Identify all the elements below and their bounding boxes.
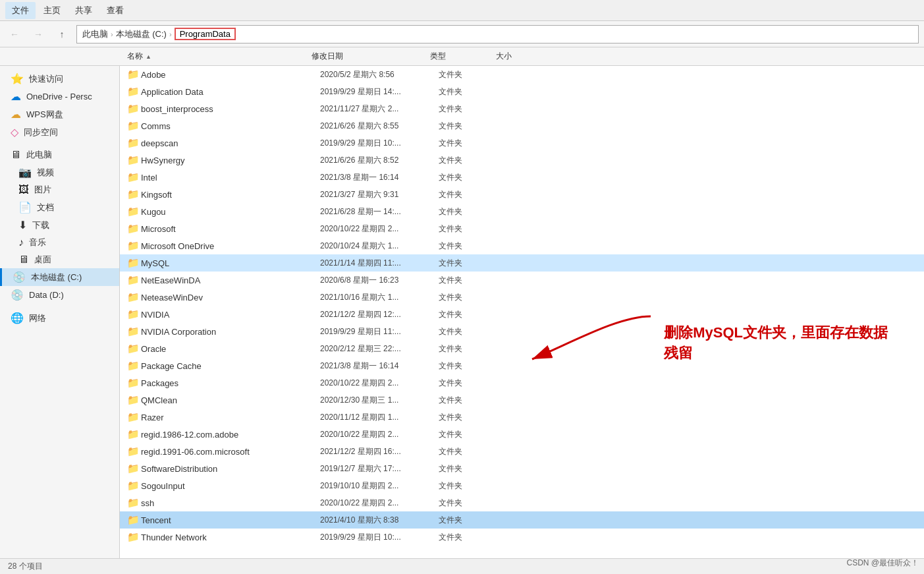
sync-icon: ◇	[11, 126, 18, 138]
table-row[interactable]: 📁Microsoft OneDrive2020/10/24 星期六 1...文件…	[120, 237, 924, 254]
folder-icon: 📁	[125, 411, 141, 423]
sidebar-label-wps: WPS网盘	[26, 109, 63, 121]
menu-home[interactable]: 主页	[37, 2, 67, 19]
table-row[interactable]: 📁regid.1986-12.com.adobe2020/10/22 星期四 2…	[120, 426, 924, 443]
up-button[interactable]: ↑	[53, 25, 71, 43]
back-button[interactable]: ←	[5, 25, 24, 43]
table-row[interactable]: 📁ssh2020/10/22 星期四 2...文件夹	[120, 494, 924, 511]
downloads-icon: ⬇	[18, 219, 27, 231]
sidebar-item-this-pc[interactable]: 🖥 此电脑	[0, 146, 119, 163]
breadcrumb-current[interactable]: ProgramData	[175, 28, 236, 40]
table-row[interactable]: 📁Package Cache2021/3/8 星期一 16:14文件夹	[120, 357, 924, 374]
table-row[interactable]: 📁deepscan2019/9/29 星期日 10:...文件夹	[120, 134, 924, 152]
folder-icon: 📁	[125, 274, 141, 286]
col-header-type[interactable]: 类型	[425, 47, 491, 65]
address-bar: ← → ↑ 此电脑 › 本地磁盘 (C:) › ProgramData	[0, 21, 924, 47]
file-type: 文件夹	[439, 103, 504, 115]
table-row[interactable]: 📁Adobe2020/5/2 星期六 8:56文件夹	[120, 66, 924, 83]
col-header-size[interactable]: 大小	[491, 47, 543, 65]
sidebar-label-desktop: 桌面	[34, 254, 51, 266]
menu-file[interactable]: 文件	[5, 2, 36, 19]
table-row[interactable]: 📁NetEaseWinDA2020/6/8 星期一 16:23文件夹	[120, 272, 924, 289]
table-row[interactable]: 📁Application Data2019/9/29 星期日 14:...文件夹	[120, 83, 924, 100]
sidebar-item-wps[interactable]: ☁ WPS网盘	[0, 105, 119, 123]
table-row[interactable]: 📁Comms2021/6/26 星期六 8:55文件夹	[120, 117, 924, 134]
table-row[interactable]: 📁Kingsoft2021/3/27 星期六 9:31文件夹	[120, 186, 924, 203]
menu-bar: 文件 主页 共享 查看	[0, 0, 136, 20]
star-icon: ⭐	[11, 72, 24, 85]
breadcrumb[interactable]: 此电脑 › 本地磁盘 (C:) › ProgramData	[76, 25, 919, 43]
file-name: Thunder Network	[141, 532, 320, 542]
table-row[interactable]: 📁boost_interprocess2021/11/27 星期六 2...文件…	[120, 100, 924, 117]
table-row[interactable]: 📁MySQL2021/1/14 星期四 11:...文件夹	[120, 254, 924, 272]
file-type: 文件夹	[439, 395, 504, 406]
menu-share[interactable]: 共享	[68, 2, 99, 19]
folder-icon: 📁	[125, 531, 141, 543]
col-header-modified[interactable]: 修改日期	[306, 47, 425, 65]
sidebar-item-sync[interactable]: ◇ 同步空间	[0, 123, 119, 141]
table-row[interactable]: 📁NVIDIA2021/12/2 星期四 12:...文件夹	[120, 306, 924, 323]
file-modified: 2020/10/22 星期四 2...	[320, 223, 439, 235]
table-row[interactable]: 📁Kugou2021/6/28 星期一 14:...文件夹	[120, 203, 924, 220]
table-row[interactable]: 📁Razer2020/11/12 星期四 1...文件夹	[120, 409, 924, 426]
table-row[interactable]: 📁NeteaseWinDev2021/10/16 星期六 1...文件夹	[120, 289, 924, 306]
sidebar-item-desktop[interactable]: 🖥 桌面	[0, 251, 119, 268]
col-header-name[interactable]: 名称 ▲	[122, 47, 306, 65]
folder-icon: 📁	[125, 377, 141, 389]
table-row[interactable]: 📁SoftwareDistribution2019/12/7 星期六 17:..…	[120, 460, 924, 477]
folder-icon: 📁	[125, 360, 141, 372]
file-name: Intel	[141, 173, 320, 183]
file-name: NetEaseWinDA	[141, 275, 320, 285]
file-name: Adobe	[141, 70, 320, 80]
table-row[interactable]: 📁HwSynergy2021/6/26 星期六 8:52文件夹	[120, 152, 924, 169]
file-modified: 2020/10/22 星期四 2...	[320, 429, 439, 440]
sidebar-item-documents[interactable]: 📄 文档	[0, 198, 119, 216]
file-modified: 2020/6/8 星期一 16:23	[320, 275, 439, 286]
table-row[interactable]: 📁Intel2021/3/8 星期一 16:14文件夹	[120, 169, 924, 186]
table-row[interactable]: 📁Packages2020/10/22 星期四 2...文件夹	[120, 374, 924, 391]
table-row[interactable]: 📁Tencent2021/4/10 星期六 8:38文件夹	[120, 511, 924, 529]
file-name: Package Cache	[141, 361, 320, 371]
table-row[interactable]: 📁QMClean2020/12/30 星期三 1...文件夹	[120, 391, 924, 409]
file-name: Oracle	[141, 344, 320, 354]
folder-icon: 📁	[125, 428, 141, 440]
table-row[interactable]: 📁SogouInput2019/10/10 星期四 2...文件夹	[120, 477, 924, 494]
menu-view[interactable]: 查看	[100, 2, 130, 19]
table-row[interactable]: 📁Microsoft2020/10/22 星期四 2...文件夹	[120, 220, 924, 237]
forward-button[interactable]: →	[29, 25, 47, 43]
sidebar-item-pictures[interactable]: 🖼 图片	[0, 181, 119, 198]
status-bar: 28 个项目	[0, 558, 924, 574]
file-name: Kingsoft	[141, 190, 320, 200]
file-modified: 2021/6/26 星期六 8:55	[320, 121, 439, 132]
folder-icon: 📁	[125, 480, 141, 492]
sidebar-item-quick-access[interactable]: ⭐ 快速访问	[0, 70, 119, 88]
network-icon: 🌐	[11, 312, 24, 324]
sidebar-item-onedrive[interactable]: ☁ OneDrive - Persc	[0, 88, 119, 105]
folder-icon: 📁	[125, 188, 141, 200]
table-row[interactable]: 📁Thunder Network2019/9/29 星期日 10:...文件夹	[120, 529, 924, 546]
sidebar-label-onedrive: OneDrive - Persc	[26, 92, 92, 101]
folder-icon: 📁	[125, 120, 141, 132]
sidebar-item-data-d[interactable]: 💿 Data (D:)	[0, 286, 119, 304]
sidebar-item-music[interactable]: ♪ 音乐	[0, 234, 119, 251]
cloud-icon-wps: ☁	[11, 108, 21, 121]
file-type: 文件夹	[439, 121, 504, 132]
watermark: CSDN @最佳听众！	[846, 558, 919, 569]
drive-c-icon: 💿	[13, 271, 26, 283]
sidebar-item-network[interactable]: 🌐 网络	[0, 309, 119, 327]
sidebar-item-local-disk-c[interactable]: 💿 本地磁盘 (C:)	[0, 268, 119, 286]
file-type: 文件夹	[439, 223, 504, 235]
breadcrumb-this-pc[interactable]: 此电脑	[82, 28, 108, 40]
sidebar-item-downloads[interactable]: ⬇ 下载	[0, 216, 119, 234]
file-modified: 2021/12/2 星期四 16:...	[320, 446, 439, 457]
sidebar-item-video[interactable]: 📷 视频	[0, 163, 119, 181]
file-modified: 2021/11/27 星期六 2...	[320, 103, 439, 115]
file-type: 文件夹	[439, 412, 504, 423]
file-type: 文件夹	[439, 69, 504, 80]
breadcrumb-local-disk[interactable]: 本地磁盘 (C:)	[116, 28, 167, 40]
table-row[interactable]: 📁NVIDIA Corporation2019/9/29 星期日 11:...文…	[120, 323, 924, 340]
table-row[interactable]: 📁Oracle2020/2/12 星期三 22:...文件夹	[120, 340, 924, 357]
file-name: SogouInput	[141, 481, 320, 491]
file-type: 文件夹	[439, 241, 504, 252]
table-row[interactable]: 📁regid.1991-06.com.microsoft2021/12/2 星期…	[120, 443, 924, 460]
